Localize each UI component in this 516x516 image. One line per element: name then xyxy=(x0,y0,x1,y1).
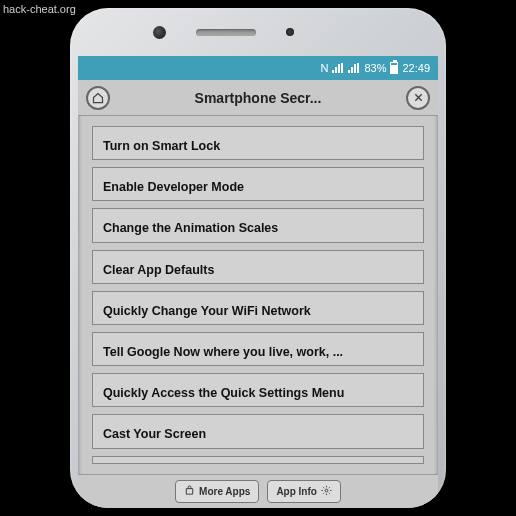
front-camera xyxy=(153,26,166,39)
list-item[interactable]: Clear App Defaults xyxy=(92,250,424,284)
bottom-toolbar: More Apps App Info xyxy=(78,474,438,508)
more-apps-button[interactable]: More Apps xyxy=(175,480,259,503)
tips-list[interactable]: Turn on Smart Lock Enable Developer Mode… xyxy=(78,116,438,474)
battery-icon xyxy=(390,62,398,74)
phone-top-hardware xyxy=(70,8,446,56)
earpiece-speaker xyxy=(196,29,256,36)
page-title: Smartphone Secr... xyxy=(118,90,398,106)
home-icon xyxy=(92,92,104,104)
watermark-text: hack-cheat.org xyxy=(3,3,76,15)
clock-time: 22:49 xyxy=(402,62,430,74)
list-item[interactable]: Quickly Change Your WiFi Network xyxy=(92,291,424,325)
android-status-bar: N 83% 22:49 xyxy=(78,56,438,80)
list-item[interactable]: Turn on Smart Lock xyxy=(92,126,424,160)
list-item[interactable]: Tell Google Now where you live, work, ..… xyxy=(92,332,424,366)
app-info-button[interactable]: App Info xyxy=(267,480,341,503)
svg-point-0 xyxy=(325,489,328,492)
more-apps-label: More Apps xyxy=(199,486,250,497)
close-button[interactable] xyxy=(406,86,430,110)
phone-frame: N 83% 22:49 Smartphone Secr... Turn on S… xyxy=(70,8,446,508)
list-item[interactable]: Quickly Access the Quick Settings Menu xyxy=(92,373,424,407)
list-item[interactable]: Cast Your Screen xyxy=(92,414,424,448)
signal-icon-2 xyxy=(348,63,360,73)
signal-icon xyxy=(332,63,344,73)
app-header: Smartphone Secr... xyxy=(78,80,438,116)
close-icon xyxy=(413,92,424,103)
list-item[interactable] xyxy=(92,456,424,464)
gear-icon xyxy=(321,485,332,498)
phone-screen: N 83% 22:49 Smartphone Secr... Turn on S… xyxy=(78,56,438,508)
app-info-label: App Info xyxy=(276,486,317,497)
bag-icon xyxy=(184,485,195,498)
home-button[interactable] xyxy=(86,86,110,110)
list-item[interactable]: Enable Developer Mode xyxy=(92,167,424,201)
nfc-icon: N xyxy=(320,63,328,74)
battery-percentage: 83% xyxy=(364,62,386,74)
proximity-sensor xyxy=(286,28,294,36)
list-item[interactable]: Change the Animation Scales xyxy=(92,208,424,242)
